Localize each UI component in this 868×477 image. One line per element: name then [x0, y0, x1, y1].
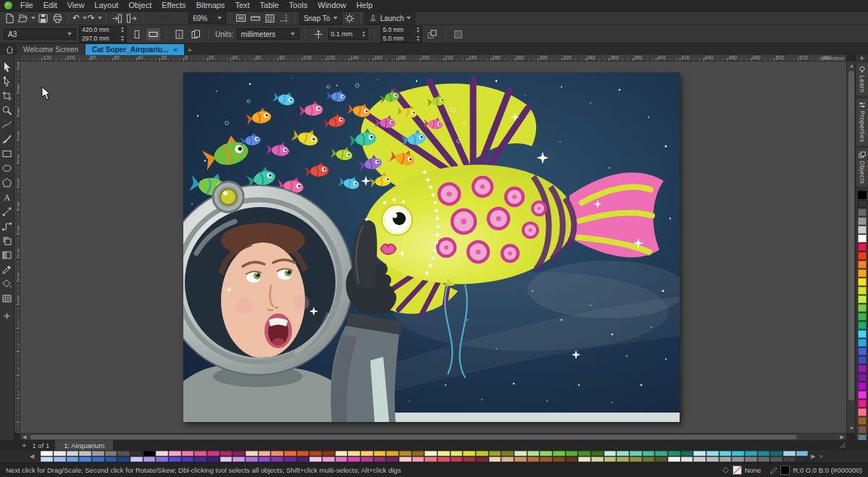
docker-tab-learn[interactable]: Learn — [856, 63, 868, 96]
import-button[interactable] — [110, 12, 124, 25]
tab-close-icon[interactable]: × — [174, 46, 178, 54]
mesh-fill-tool-icon[interactable] — [0, 291, 14, 305]
color-swatch[interactable] — [540, 457, 552, 462]
color-swatch[interactable] — [858, 382, 867, 390]
menu-table[interactable]: Table — [255, 0, 284, 11]
parallel-dimension-tool-icon[interactable] — [0, 204, 14, 219]
new-document-tab-button[interactable]: + — [185, 45, 195, 55]
color-swatch[interactable] — [463, 457, 475, 462]
menu-file[interactable]: File — [15, 0, 38, 11]
color-swatch[interactable] — [425, 457, 437, 462]
color-swatch[interactable] — [182, 457, 194, 462]
color-swatch[interactable] — [348, 451, 360, 456]
color-swatch[interactable] — [706, 451, 719, 456]
color-swatch[interactable] — [297, 457, 309, 462]
color-swatch[interactable] — [643, 457, 655, 462]
options-gear-button[interactable] — [343, 12, 356, 25]
quick-customize-button[interactable] — [855, 55, 868, 62]
color-swatch[interactable] — [361, 457, 373, 462]
color-swatch[interactable] — [858, 269, 867, 277]
color-swatch[interactable] — [527, 457, 540, 462]
pick-tool-icon[interactable] — [0, 59, 14, 74]
color-swatch[interactable] — [194, 451, 206, 456]
color-swatch[interactable] — [706, 457, 719, 462]
color-swatch[interactable] — [783, 451, 796, 456]
page-size-caret-icon[interactable] — [67, 33, 72, 35]
color-swatch[interactable] — [182, 451, 194, 456]
color-swatch[interactable] — [374, 457, 386, 462]
document-page[interactable] — [183, 72, 680, 422]
color-swatch[interactable] — [271, 451, 283, 456]
color-swatch[interactable] — [54, 451, 66, 456]
page-height-field[interactable]: 297.0 mm — [79, 35, 127, 43]
color-swatch[interactable] — [858, 373, 867, 381]
page-size-combo[interactable]: A3 — [4, 28, 76, 40]
current-page-settings-button[interactable]: 1 — [172, 28, 186, 41]
connector-tool-icon[interactable] — [0, 219, 14, 233]
menu-effects[interactable]: Effects — [157, 0, 191, 11]
palette-scroll-right-icon[interactable]: ▶ — [809, 453, 817, 460]
color-swatch[interactable] — [92, 451, 104, 456]
docker-tab-objects[interactable]: Objects — [856, 148, 868, 187]
color-swatch[interactable] — [770, 457, 783, 462]
menu-view[interactable]: View — [62, 0, 90, 11]
color-swatch[interactable] — [501, 457, 514, 462]
color-swatch[interactable] — [643, 451, 655, 456]
undo-dropdown-caret-icon[interactable] — [83, 17, 87, 20]
save-button[interactable] — [36, 12, 50, 25]
polygon-tool-icon[interactable] — [0, 175, 14, 190]
color-swatch[interactable] — [514, 451, 527, 456]
color-swatch[interactable] — [858, 191, 867, 199]
export-button[interactable] — [125, 12, 138, 25]
outline-indicator[interactable]: R:0 G:0 B:0 (#000000) — [769, 465, 862, 475]
color-swatch[interactable] — [668, 457, 680, 462]
color-swatch[interactable] — [527, 451, 540, 456]
color-swatch[interactable] — [858, 365, 867, 373]
color-swatch[interactable] — [399, 457, 412, 462]
color-swatch[interactable] — [130, 457, 143, 462]
color-swatch[interactable] — [438, 451, 450, 456]
color-swatch[interactable] — [858, 235, 867, 242]
color-swatch[interactable] — [566, 451, 578, 456]
color-swatch[interactable] — [105, 451, 117, 456]
color-swatch[interactable] — [41, 451, 53, 456]
color-swatch[interactable] — [284, 457, 296, 462]
interactive-fill-tool-icon[interactable] — [0, 277, 14, 291]
color-swatch[interactable] — [501, 451, 514, 456]
color-swatch[interactable] — [169, 451, 181, 456]
color-swatch[interactable] — [858, 287, 867, 295]
color-swatch[interactable] — [246, 457, 258, 462]
color-swatch[interactable] — [117, 457, 130, 462]
snap-to-caret-icon[interactable] — [333, 17, 338, 20]
color-swatch[interactable] — [719, 451, 732, 456]
color-swatch[interactable] — [309, 457, 322, 462]
color-swatch[interactable] — [858, 408, 867, 416]
units-caret-icon[interactable] — [291, 33, 295, 35]
color-swatch[interactable] — [284, 451, 296, 456]
menu-help[interactable]: Help — [351, 0, 378, 11]
color-swatch[interactable] — [489, 457, 501, 462]
color-swatch[interactable] — [374, 451, 386, 456]
color-swatch[interactable] — [858, 252, 867, 260]
color-swatch[interactable] — [41, 457, 53, 462]
open-button[interactable] — [17, 12, 36, 25]
freehand-tool-icon[interactable] — [0, 117, 14, 132]
color-swatch[interactable] — [719, 457, 732, 462]
launch-caret-icon[interactable] — [406, 17, 411, 20]
fill-indicator[interactable]: None — [722, 465, 761, 475]
print-button[interactable] — [51, 12, 64, 25]
resize-grip-icon[interactable] — [839, 442, 848, 449]
color-swatch[interactable] — [207, 457, 220, 462]
color-swatch[interactable] — [745, 457, 757, 462]
zoom-tool-icon[interactable] — [0, 103, 14, 117]
color-swatch[interactable] — [399, 451, 412, 456]
menu-object[interactable]: Object — [123, 0, 157, 11]
color-swatch[interactable] — [858, 304, 867, 312]
color-swatch[interactable] — [693, 451, 706, 456]
transparency-tool-icon[interactable] — [0, 248, 14, 262]
duplicate-y-field[interactable]: 5.0 mm — [380, 35, 422, 43]
color-swatch[interactable] — [514, 457, 527, 462]
color-swatch[interactable] — [758, 451, 770, 456]
drop-shadow-tool-icon[interactable] — [0, 233, 14, 248]
color-swatch[interactable] — [858, 278, 867, 286]
